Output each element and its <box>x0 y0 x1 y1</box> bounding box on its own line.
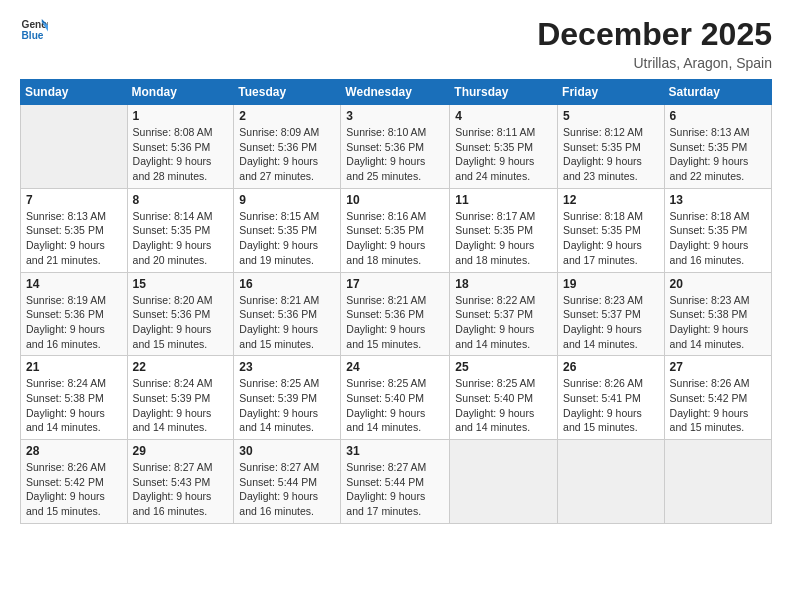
calendar-cell: 18Sunrise: 8:22 AM Sunset: 5:37 PM Dayli… <box>450 272 558 356</box>
calendar-cell: 15Sunrise: 8:20 AM Sunset: 5:36 PM Dayli… <box>127 272 234 356</box>
calendar-cell: 11Sunrise: 8:17 AM Sunset: 5:35 PM Dayli… <box>450 188 558 272</box>
logo-icon: General Blue <box>20 16 48 44</box>
calendar-cell: 6Sunrise: 8:13 AM Sunset: 5:35 PM Daylig… <box>664 105 771 189</box>
calendar-cell <box>664 440 771 524</box>
calendar-cell: 31Sunrise: 8:27 AM Sunset: 5:44 PM Dayli… <box>341 440 450 524</box>
calendar-cell: 13Sunrise: 8:18 AM Sunset: 5:35 PM Dayli… <box>664 188 771 272</box>
day-of-week-friday: Friday <box>558 80 665 105</box>
calendar-cell <box>450 440 558 524</box>
day-of-week-saturday: Saturday <box>664 80 771 105</box>
calendar-cell: 10Sunrise: 8:16 AM Sunset: 5:35 PM Dayli… <box>341 188 450 272</box>
day-number: 9 <box>239 193 335 207</box>
day-of-week-tuesday: Tuesday <box>234 80 341 105</box>
day-detail: Sunrise: 8:20 AM Sunset: 5:36 PM Dayligh… <box>133 293 229 352</box>
day-detail: Sunrise: 8:18 AM Sunset: 5:35 PM Dayligh… <box>670 209 766 268</box>
day-number: 2 <box>239 109 335 123</box>
day-detail: Sunrise: 8:27 AM Sunset: 5:43 PM Dayligh… <box>133 460 229 519</box>
calendar-cell: 4Sunrise: 8:11 AM Sunset: 5:35 PM Daylig… <box>450 105 558 189</box>
day-detail: Sunrise: 8:27 AM Sunset: 5:44 PM Dayligh… <box>239 460 335 519</box>
calendar-cell: 12Sunrise: 8:18 AM Sunset: 5:35 PM Dayli… <box>558 188 665 272</box>
calendar-cell: 14Sunrise: 8:19 AM Sunset: 5:36 PM Dayli… <box>21 272 128 356</box>
calendar-cell: 27Sunrise: 8:26 AM Sunset: 5:42 PM Dayli… <box>664 356 771 440</box>
day-detail: Sunrise: 8:21 AM Sunset: 5:36 PM Dayligh… <box>346 293 444 352</box>
day-detail: Sunrise: 8:19 AM Sunset: 5:36 PM Dayligh… <box>26 293 122 352</box>
day-detail: Sunrise: 8:22 AM Sunset: 5:37 PM Dayligh… <box>455 293 552 352</box>
day-number: 11 <box>455 193 552 207</box>
day-of-week-thursday: Thursday <box>450 80 558 105</box>
day-number: 10 <box>346 193 444 207</box>
day-detail: Sunrise: 8:08 AM Sunset: 5:36 PM Dayligh… <box>133 125 229 184</box>
day-number: 20 <box>670 277 766 291</box>
day-detail: Sunrise: 8:09 AM Sunset: 5:36 PM Dayligh… <box>239 125 335 184</box>
day-number: 28 <box>26 444 122 458</box>
calendar-cell: 22Sunrise: 8:24 AM Sunset: 5:39 PM Dayli… <box>127 356 234 440</box>
day-number: 23 <box>239 360 335 374</box>
day-number: 16 <box>239 277 335 291</box>
day-detail: Sunrise: 8:26 AM Sunset: 5:41 PM Dayligh… <box>563 376 659 435</box>
title-block: December 2025 Utrillas, Aragon, Spain <box>537 16 772 71</box>
calendar-cell: 24Sunrise: 8:25 AM Sunset: 5:40 PM Dayli… <box>341 356 450 440</box>
month-title: December 2025 <box>537 16 772 53</box>
day-detail: Sunrise: 8:10 AM Sunset: 5:36 PM Dayligh… <box>346 125 444 184</box>
day-detail: Sunrise: 8:27 AM Sunset: 5:44 PM Dayligh… <box>346 460 444 519</box>
day-detail: Sunrise: 8:25 AM Sunset: 5:40 PM Dayligh… <box>346 376 444 435</box>
calendar-week-row: 28Sunrise: 8:26 AM Sunset: 5:42 PM Dayli… <box>21 440 772 524</box>
calendar-cell: 19Sunrise: 8:23 AM Sunset: 5:37 PM Dayli… <box>558 272 665 356</box>
calendar-cell: 28Sunrise: 8:26 AM Sunset: 5:42 PM Dayli… <box>21 440 128 524</box>
day-number: 3 <box>346 109 444 123</box>
day-detail: Sunrise: 8:24 AM Sunset: 5:38 PM Dayligh… <box>26 376 122 435</box>
day-number: 24 <box>346 360 444 374</box>
day-number: 8 <box>133 193 229 207</box>
day-of-week-wednesday: Wednesday <box>341 80 450 105</box>
day-number: 19 <box>563 277 659 291</box>
calendar: SundayMondayTuesdayWednesdayThursdayFrid… <box>20 79 772 524</box>
day-of-week-monday: Monday <box>127 80 234 105</box>
day-detail: Sunrise: 8:24 AM Sunset: 5:39 PM Dayligh… <box>133 376 229 435</box>
day-number: 4 <box>455 109 552 123</box>
day-detail: Sunrise: 8:11 AM Sunset: 5:35 PM Dayligh… <box>455 125 552 184</box>
calendar-cell: 7Sunrise: 8:13 AM Sunset: 5:35 PM Daylig… <box>21 188 128 272</box>
day-number: 26 <box>563 360 659 374</box>
day-number: 13 <box>670 193 766 207</box>
calendar-cell: 20Sunrise: 8:23 AM Sunset: 5:38 PM Dayli… <box>664 272 771 356</box>
calendar-cell: 17Sunrise: 8:21 AM Sunset: 5:36 PM Dayli… <box>341 272 450 356</box>
day-detail: Sunrise: 8:26 AM Sunset: 5:42 PM Dayligh… <box>670 376 766 435</box>
calendar-cell: 29Sunrise: 8:27 AM Sunset: 5:43 PM Dayli… <box>127 440 234 524</box>
day-detail: Sunrise: 8:16 AM Sunset: 5:35 PM Dayligh… <box>346 209 444 268</box>
page-container: General Blue December 2025 Utrillas, Ara… <box>0 0 792 534</box>
day-of-week-sunday: Sunday <box>21 80 128 105</box>
day-detail: Sunrise: 8:13 AM Sunset: 5:35 PM Dayligh… <box>670 125 766 184</box>
day-number: 31 <box>346 444 444 458</box>
day-number: 18 <box>455 277 552 291</box>
day-detail: Sunrise: 8:12 AM Sunset: 5:35 PM Dayligh… <box>563 125 659 184</box>
day-detail: Sunrise: 8:25 AM Sunset: 5:40 PM Dayligh… <box>455 376 552 435</box>
calendar-cell: 2Sunrise: 8:09 AM Sunset: 5:36 PM Daylig… <box>234 105 341 189</box>
day-detail: Sunrise: 8:26 AM Sunset: 5:42 PM Dayligh… <box>26 460 122 519</box>
day-number: 30 <box>239 444 335 458</box>
calendar-cell: 1Sunrise: 8:08 AM Sunset: 5:36 PM Daylig… <box>127 105 234 189</box>
calendar-cell: 25Sunrise: 8:25 AM Sunset: 5:40 PM Dayli… <box>450 356 558 440</box>
day-detail: Sunrise: 8:17 AM Sunset: 5:35 PM Dayligh… <box>455 209 552 268</box>
svg-text:Blue: Blue <box>22 30 44 41</box>
calendar-cell: 8Sunrise: 8:14 AM Sunset: 5:35 PM Daylig… <box>127 188 234 272</box>
day-detail: Sunrise: 8:14 AM Sunset: 5:35 PM Dayligh… <box>133 209 229 268</box>
day-number: 7 <box>26 193 122 207</box>
calendar-cell <box>21 105 128 189</box>
logo: General Blue <box>20 16 48 44</box>
day-detail: Sunrise: 8:13 AM Sunset: 5:35 PM Dayligh… <box>26 209 122 268</box>
calendar-cell: 23Sunrise: 8:25 AM Sunset: 5:39 PM Dayli… <box>234 356 341 440</box>
day-number: 5 <box>563 109 659 123</box>
header: General Blue December 2025 Utrillas, Ara… <box>20 16 772 71</box>
calendar-week-row: 14Sunrise: 8:19 AM Sunset: 5:36 PM Dayli… <box>21 272 772 356</box>
calendar-cell: 26Sunrise: 8:26 AM Sunset: 5:41 PM Dayli… <box>558 356 665 440</box>
day-detail: Sunrise: 8:23 AM Sunset: 5:37 PM Dayligh… <box>563 293 659 352</box>
day-number: 15 <box>133 277 229 291</box>
day-detail: Sunrise: 8:25 AM Sunset: 5:39 PM Dayligh… <box>239 376 335 435</box>
calendar-cell: 16Sunrise: 8:21 AM Sunset: 5:36 PM Dayli… <box>234 272 341 356</box>
location: Utrillas, Aragon, Spain <box>537 55 772 71</box>
day-number: 21 <box>26 360 122 374</box>
day-number: 14 <box>26 277 122 291</box>
day-detail: Sunrise: 8:21 AM Sunset: 5:36 PM Dayligh… <box>239 293 335 352</box>
calendar-cell: 21Sunrise: 8:24 AM Sunset: 5:38 PM Dayli… <box>21 356 128 440</box>
calendar-cell: 3Sunrise: 8:10 AM Sunset: 5:36 PM Daylig… <box>341 105 450 189</box>
